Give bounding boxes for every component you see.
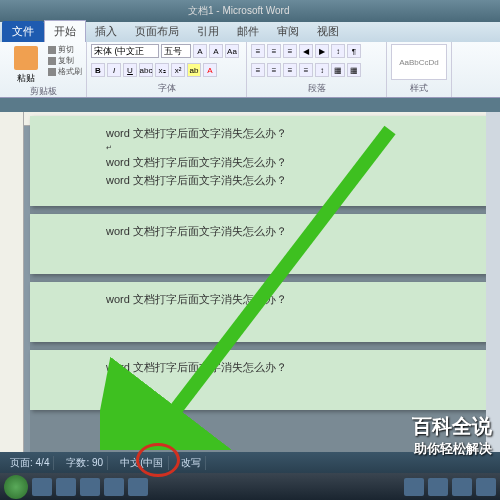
copy-button[interactable]: 复制 xyxy=(48,55,82,66)
ribbon: 粘贴 剪切 复制 格式刷 剪贴板 宋体 (中文正 五号 A A Aa B I U… xyxy=(0,42,500,98)
document-area: word 文档打字后面文字消失怎么办？ ↵ word 文档打字后面文字消失怎么办… xyxy=(0,112,500,452)
status-page[interactable]: 页面: 4/4 xyxy=(6,456,54,470)
cut-button[interactable]: 剪切 xyxy=(48,44,82,55)
taskbar-icon[interactable] xyxy=(428,478,448,496)
page[interactable]: word 文档打字后面文字消失怎么办？ ↵ word 文档打字后面文字消失怎么办… xyxy=(30,116,486,206)
paste-icon[interactable] xyxy=(14,46,38,70)
cursor-mark: ↵ xyxy=(106,144,474,152)
font-name-select[interactable]: 宋体 (中文正 xyxy=(91,44,159,58)
file-tab[interactable]: 文件 xyxy=(2,21,44,42)
taskbar xyxy=(0,473,500,500)
page[interactable]: word 文档打字后面文字消失怎么办？ xyxy=(30,350,486,410)
strike-button[interactable]: abc xyxy=(139,63,153,77)
taskbar-icon[interactable] xyxy=(32,478,52,496)
text-line: word 文档打字后面文字消失怎么办？ xyxy=(106,360,474,375)
text-line: word 文档打字后面文字消失怎么办？ xyxy=(106,292,474,307)
borders-icon[interactable]: ▦ xyxy=(347,63,361,77)
tab-layout[interactable]: 页面布局 xyxy=(126,21,188,42)
styles-group: AaBbCcDd 样式 xyxy=(387,42,452,97)
line-spacing-icon[interactable]: ↕ xyxy=(315,63,329,77)
annotation-circle xyxy=(136,443,180,477)
vertical-ruler xyxy=(0,112,24,452)
status-overtype[interactable]: 改写 xyxy=(177,456,206,470)
align-right-icon[interactable]: ≡ xyxy=(283,63,297,77)
status-words[interactable]: 字数: 90 xyxy=(62,456,108,470)
bold-button[interactable]: B xyxy=(91,63,105,77)
page[interactable]: word 文档打字后面文字消失怎么办？ xyxy=(30,214,486,274)
bullets-icon[interactable]: ≡ xyxy=(251,44,265,58)
ribbon-tabs: 文件 开始 插入 页面布局 引用 邮件 审阅 视图 xyxy=(0,22,500,42)
font-color-button[interactable]: A xyxy=(203,63,217,77)
align-left-icon[interactable]: ≡ xyxy=(251,63,265,77)
brush-icon xyxy=(48,68,56,76)
numbering-icon[interactable]: ≡ xyxy=(267,44,281,58)
text-line: word 文档打字后面文字消失怎么办？ xyxy=(106,173,474,188)
sort-icon[interactable]: ↕ xyxy=(331,44,345,58)
shrink-font-icon[interactable]: A xyxy=(209,44,223,58)
clipboard-label: 剪贴板 xyxy=(4,85,82,98)
tab-references[interactable]: 引用 xyxy=(188,21,228,42)
superscript-button[interactable]: x² xyxy=(171,63,185,77)
text-line: word 文档打字后面文字消失怎么办？ xyxy=(106,126,474,141)
font-label: 字体 xyxy=(91,82,242,95)
align-center-icon[interactable]: ≡ xyxy=(267,63,281,77)
indent-dec-icon[interactable]: ◀ xyxy=(299,44,313,58)
taskbar-icon[interactable] xyxy=(80,478,100,496)
watermark-title: 百科全说 xyxy=(412,413,492,440)
font-group: 宋体 (中文正 五号 A A Aa B I U abc x₂ x² ab A 字… xyxy=(87,42,247,97)
multilevel-icon[interactable]: ≡ xyxy=(283,44,297,58)
copy-icon xyxy=(48,57,56,65)
underline-button[interactable]: U xyxy=(123,63,137,77)
taskbar-icon[interactable] xyxy=(128,478,148,496)
show-marks-icon[interactable]: ¶ xyxy=(347,44,361,58)
page-scroll[interactable]: word 文档打字后面文字消失怎么办？ ↵ word 文档打字后面文字消失怎么办… xyxy=(30,116,486,452)
scissors-icon xyxy=(48,46,56,54)
highlight-button[interactable]: ab xyxy=(187,63,201,77)
indent-inc-icon[interactable]: ▶ xyxy=(315,44,329,58)
page[interactable]: word 文档打字后面文字消失怎么办？ xyxy=(30,282,486,342)
taskbar-icon[interactable] xyxy=(104,478,124,496)
watermark: 百科全说 助你轻松解决 xyxy=(412,413,492,458)
justify-icon[interactable]: ≡ xyxy=(299,63,313,77)
watermark-subtitle: 助你轻松解决 xyxy=(412,440,492,458)
tab-insert[interactable]: 插入 xyxy=(86,21,126,42)
paste-button[interactable]: 粘贴 xyxy=(4,72,48,85)
style-preview[interactable]: AaBbCcDd xyxy=(391,44,447,80)
tab-review[interactable]: 审阅 xyxy=(268,21,308,42)
window-title: 文档1 - Microsoft Word xyxy=(188,4,290,18)
font-size-select[interactable]: 五号 xyxy=(161,44,191,58)
grow-font-icon[interactable]: A xyxy=(193,44,207,58)
text-line: word 文档打字后面文字消失怎么办？ xyxy=(106,224,474,239)
taskbar-icon[interactable] xyxy=(452,478,472,496)
taskbar-icon[interactable] xyxy=(56,478,76,496)
tab-view[interactable]: 视图 xyxy=(308,21,348,42)
tab-home[interactable]: 开始 xyxy=(44,20,86,42)
title-bar: 文档1 - Microsoft Word xyxy=(0,0,500,22)
paragraph-group: ≡ ≡ ≡ ◀ ▶ ↕ ¶ ≡ ≡ ≡ ≡ ↕ ▦ ▦ 段落 xyxy=(247,42,387,97)
taskbar-icon[interactable] xyxy=(476,478,496,496)
taskbar-icon[interactable] xyxy=(404,478,424,496)
subscript-button[interactable]: x₂ xyxy=(155,63,169,77)
start-button[interactable] xyxy=(4,475,28,499)
paragraph-label: 段落 xyxy=(251,82,382,95)
change-case-icon[interactable]: Aa xyxy=(225,44,239,58)
format-painter-button[interactable]: 格式刷 xyxy=(48,66,82,77)
shading-icon[interactable]: ▦ xyxy=(331,63,345,77)
italic-button[interactable]: I xyxy=(107,63,121,77)
vertical-scrollbar[interactable] xyxy=(486,112,500,452)
text-line: word 文档打字后面文字消失怎么办？ xyxy=(106,155,474,170)
styles-label: 样式 xyxy=(391,82,447,95)
clipboard-group: 粘贴 剪切 复制 格式刷 剪贴板 xyxy=(0,42,87,97)
tab-mailings[interactable]: 邮件 xyxy=(228,21,268,42)
